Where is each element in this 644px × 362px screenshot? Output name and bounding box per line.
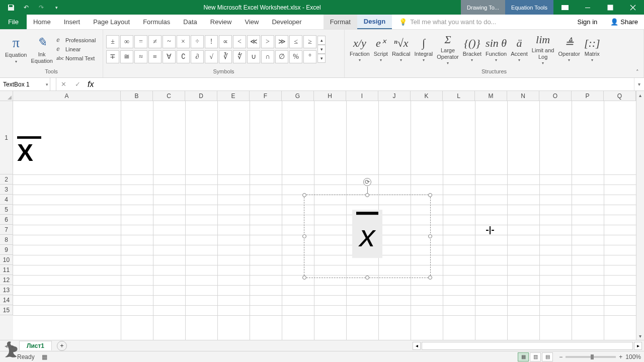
normal-text-button[interactable]: abcNormal Text [55, 54, 98, 62]
sign-in-link[interactable]: Sign in [571, 15, 605, 29]
column-header-H[interactable]: H [314, 91, 346, 101]
close-button[interactable] [621, 0, 644, 15]
symbol-≤[interactable]: ≤ [289, 35, 302, 48]
share-button[interactable]: 👤 Share [604, 15, 644, 29]
column-header-Q[interactable]: Q [604, 91, 636, 101]
matrix-button[interactable]: [::]Matrix▾ [582, 35, 602, 63]
symbol-∓[interactable]: ∓ [106, 50, 119, 63]
symbol-~[interactable]: ~ [163, 35, 176, 48]
radical-button[interactable]: ⁿ√xRadical▾ [390, 35, 413, 63]
integral-button[interactable]: ∫Integral▾ [413, 35, 435, 63]
page-layout-view-button[interactable]: ▥ [530, 352, 541, 361]
function-button[interactable]: sin θFunction▾ [484, 35, 509, 63]
resize-handle-n[interactable] [365, 193, 369, 197]
ribbon-display-button[interactable] [553, 0, 576, 15]
fraction-button[interactable]: x/yFraction▾ [348, 35, 372, 63]
column-header-N[interactable]: N [507, 91, 539, 101]
operator-button[interactable]: ≜Operator▾ [556, 35, 582, 63]
resize-handle-se[interactable] [428, 276, 432, 280]
row-header-5[interactable]: 5 [0, 205, 13, 215]
row-header-12[interactable]: 12 [0, 275, 13, 285]
symbol-∝[interactable]: ∝ [219, 35, 232, 48]
script-button[interactable]: eˣScript▾ [372, 35, 390, 63]
qat-customize-button[interactable]: ▾ [49, 2, 63, 14]
scroll-left-button[interactable]: ◂ [413, 342, 421, 350]
resize-handle-e[interactable] [428, 234, 432, 238]
symbol-![interactable]: ! [205, 35, 218, 48]
row-header-3[interactable]: 3 [0, 185, 13, 195]
symbol-≡[interactable]: ≡ [148, 50, 162, 63]
design-tab[interactable]: Design [357, 15, 392, 29]
scroll-down-button[interactable]: ▾ [636, 332, 644, 340]
limit-and-log-button[interactable]: limLimit and Log▾ [530, 32, 556, 66]
zoom-slider[interactable] [566, 356, 616, 358]
format-tab[interactable]: Format [324, 15, 357, 29]
name-box[interactable]: TextBox 1 ▾ [0, 78, 50, 90]
row-header-15[interactable]: 15 [0, 305, 13, 315]
vertical-scrollbar[interactable]: ▴ ▾ [636, 91, 644, 340]
macro-recording-icon[interactable]: ▦ [42, 353, 47, 360]
insert-tab[interactable]: Insert [57, 15, 87, 29]
horizontal-scrollbar[interactable]: ◂ ▸ [67, 342, 644, 350]
column-header-D[interactable]: D [185, 91, 217, 101]
rotate-handle[interactable]: ⟳ [363, 178, 371, 186]
row-header-13[interactable]: 13 [0, 285, 13, 295]
column-header-P[interactable]: P [572, 91, 604, 101]
resize-handle-s[interactable] [365, 276, 369, 280]
accent-button[interactable]: äAccent▾ [509, 35, 530, 63]
resize-handle-sw[interactable] [302, 276, 306, 280]
column-header-C[interactable]: C [153, 91, 185, 101]
column-header-K[interactable]: K [411, 91, 443, 101]
column-header-M[interactable]: M [475, 91, 507, 101]
symbol-∁[interactable]: ∁ [177, 50, 190, 63]
symbol-∩[interactable]: ∩ [261, 50, 274, 63]
row-header-4[interactable]: 4 [0, 195, 13, 205]
symbol-±[interactable]: ± [106, 35, 119, 48]
sheet-nav-next[interactable]: ▸ [10, 342, 16, 349]
symbol-÷[interactable]: ÷ [191, 35, 204, 48]
zoom-out-button[interactable]: − [559, 353, 562, 360]
file-tab[interactable]: File [0, 15, 27, 29]
review-tab[interactable]: Review [204, 15, 238, 29]
symbol-≠[interactable]: ≠ [148, 35, 162, 48]
row-header-1[interactable]: 1 [0, 101, 13, 174]
symbol-∂[interactable]: ∂ [191, 50, 204, 63]
row-header-7[interactable]: 7 [0, 225, 13, 235]
resize-handle-ne[interactable] [428, 193, 432, 197]
page-layout-tab[interactable]: Page Layout [87, 15, 136, 29]
redo-button[interactable]: ↷ [34, 2, 48, 14]
symbol-∛[interactable]: ∛ [219, 50, 232, 63]
new-sheet-button[interactable]: ＋ [57, 341, 67, 351]
column-header-F[interactable]: F [250, 91, 282, 101]
column-header-E[interactable]: E [217, 91, 250, 101]
symbol-=[interactable]: = [134, 35, 147, 48]
resize-handle-nw[interactable] [302, 193, 306, 197]
developer-tab[interactable]: Developer [265, 15, 308, 29]
symbol-%[interactable]: % [289, 50, 302, 63]
row-header-9[interactable]: 9 [0, 245, 13, 255]
symbol-∀[interactable]: ∀ [163, 50, 176, 63]
resize-handle-w[interactable] [302, 234, 306, 238]
row-header-11[interactable]: 11 [0, 265, 13, 275]
namebox-resize-handle[interactable] [50, 78, 56, 90]
column-header-A[interactable]: A [13, 91, 121, 101]
scroll-right-button[interactable]: ▸ [634, 342, 642, 350]
textbox-shape[interactable]: ⟳ x [304, 195, 431, 278]
linear-button[interactable]: ⅇLinear [55, 45, 98, 53]
cell-grid[interactable]: X ⟳ x [13, 101, 636, 340]
save-button[interactable] [4, 2, 18, 14]
column-header-I[interactable]: I [346, 91, 378, 101]
symbol-≪[interactable]: ≪ [247, 35, 260, 48]
symbol-∅[interactable]: ∅ [275, 50, 288, 63]
expand-formula-bar-button[interactable]: ▾ [634, 78, 644, 90]
row-header-10[interactable]: 10 [0, 255, 13, 265]
zoom-in-button[interactable]: + [619, 353, 622, 360]
page-break-view-button[interactable]: ▤ [542, 352, 553, 361]
symbol-≅[interactable]: ≅ [120, 50, 133, 63]
symbol-∞[interactable]: ∞ [120, 35, 133, 48]
symbols-more[interactable]: ▾ [317, 54, 326, 63]
ink-equation-button[interactable]: ✎ Ink Equation [29, 33, 54, 65]
chevron-down-icon[interactable]: ▾ [46, 82, 48, 87]
symbol-<[interactable]: < [233, 35, 246, 48]
symbol-≫[interactable]: ≫ [275, 35, 288, 48]
